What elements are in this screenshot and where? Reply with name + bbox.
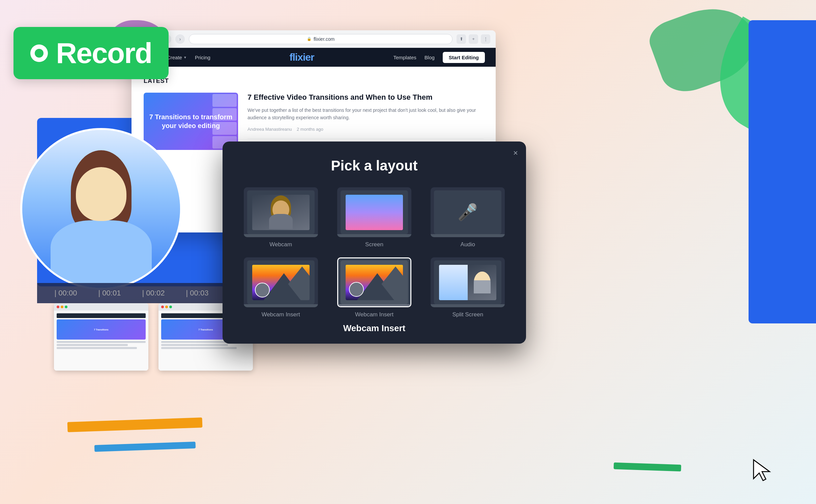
thumb-topbar-1 [54,303,148,311]
start-editing-label: Start Editing [449,55,479,60]
nav-templates-label: Templates [393,55,416,60]
webcam-preview-img [252,195,310,230]
timeline-bar: | 00:00 | 00:01 | 00:02 | 00:03 [37,283,226,303]
webcam-insert-small-2 [349,282,364,297]
screen-laptop-frame [341,190,408,234]
webcam-insert-2-img [346,265,403,300]
person-body [51,220,152,288]
yellow-stripe [67,417,203,432]
thumb-dot-green-2 [169,306,172,308]
thumb-text-6 [161,347,237,349]
split-laptop-base [431,304,505,307]
thumb-dot-yellow-2 [165,306,168,308]
layout-option-screen[interactable]: Screen [332,187,416,248]
record-label: Record [56,36,152,70]
thumb-text-5 [161,344,228,346]
audio-preview-container: 🎤 [431,187,505,237]
svg-marker-0 [754,460,770,481]
browser-new-tab-button[interactable]: + [469,34,478,44]
webcam-laptop-frame [247,190,315,234]
article-title[interactable]: 7 Effective Video Transitions and When t… [247,93,484,102]
modal-close-button[interactable]: × [513,148,518,158]
split-right-panel [468,265,496,300]
webcam-insert-1-base [244,304,318,307]
start-editing-button[interactable]: Start Editing [443,52,485,63]
screen-preview-img [346,195,403,230]
browser-menu-button[interactable]: ⋮ [481,34,490,44]
browser-actions: ⬆ + ⋮ [457,34,490,44]
record-button[interactable]: Record [13,27,169,79]
nav-pricing-label: Pricing [195,55,210,60]
split-screen-label: Split Screen [452,311,483,318]
thumb-main-img-1: 7 Transitions [57,319,146,340]
layout-option-audio[interactable]: 🎤 Audio [426,187,510,248]
timeline-tick-0: | 00:00 [44,289,88,297]
green-blob [644,0,765,99]
blue-stripe [94,442,196,452]
person-face [76,167,126,221]
article-author: Andreea Manastireanu [247,127,292,132]
article-time: 2 months ago [297,127,323,132]
browser-url-bar[interactable]: 🔒 flixier.com [189,34,453,44]
webcam-insert-2-base [337,304,411,307]
green-stripe [614,463,681,472]
layout-option-split-screen[interactable]: Split Screen [426,257,510,318]
screen-display [346,195,403,230]
screen-label: Screen [365,241,383,248]
bottom-selected-label: Webcam Insert [343,323,405,334]
split-display [439,265,496,300]
browser-share-button[interactable]: ⬆ [457,34,466,44]
webcam-insert-1-laptop [247,260,315,304]
nav-create-arrow: ▼ [183,56,187,59]
split-left-panel [439,265,468,300]
url-text: flixier.com [314,36,334,42]
browser-chrome: ‹ › 🔒 flixier.com ⬆ + ⋮ [132,30,496,48]
site-brand[interactable]: flixier [210,52,394,63]
webcam-screen [252,195,310,230]
article-meta: Andreea Manastireanu 2 months ago [247,127,484,132]
screen-preview-container [337,187,411,237]
timeline-tick-3: | 00:03 [175,289,219,297]
modal-title: Pick a layout [239,158,510,174]
avatar-circle [20,128,182,290]
person-image [22,130,180,288]
audio-label: Audio [461,241,475,248]
lock-icon: 🔒 [307,37,312,41]
webcam-insert-1-preview-container [244,257,318,307]
audio-laptop-base [431,234,505,237]
thumb-dot-yellow [61,306,63,308]
nav-templates[interactable]: Templates [393,55,416,60]
thumb-text-1 [57,341,146,343]
audio-laptop-frame: 🎤 [434,190,501,234]
thumbnail-1: 7 Transitions [54,303,148,371]
webcam-insert-1-display [252,265,310,300]
webcam-insert-1-img [252,265,310,300]
site-navbar: Tools ▼ Create ▼ Pricing flixier Templat… [132,48,496,67]
split-person [474,272,491,293]
nav-pricing[interactable]: Pricing [195,55,210,60]
layout-option-webcam-insert-2[interactable]: Webcam Insert [332,257,416,318]
article-description: We've put together a list of the best tr… [247,106,484,122]
thumb-content-1: 7 Transitions [54,311,148,371]
nav-blog[interactable]: Blog [425,55,435,60]
thumb-text-3 [57,347,137,349]
nav-create[interactable]: Create ▼ [167,55,187,60]
webcam-insert-2-preview-container [337,257,411,307]
layout-option-webcam-insert-1[interactable]: Webcam Insert [239,257,323,318]
latest-label: LATEST [144,77,484,85]
webcam-insert-1-label: Webcam Insert [262,311,300,318]
webcam-insert-2-display [346,265,403,300]
audio-preview-img: 🎤 [439,195,496,230]
record-dot-icon [30,44,48,62]
nav-create-label: Create [167,55,182,60]
webcam-body [269,214,293,229]
split-laptop-frame [434,260,501,304]
layout-grid: Webcam Screen 🎤 [239,187,510,318]
browser-forward-button[interactable]: › [175,34,185,44]
blue-right-strip [749,20,816,323]
thumb-text-2 [57,344,128,346]
layout-option-webcam[interactable]: Webcam [239,187,323,248]
cursor-arrow-icon [752,459,772,482]
split-preview-img [439,265,496,300]
thumb-dot-green [65,306,67,308]
